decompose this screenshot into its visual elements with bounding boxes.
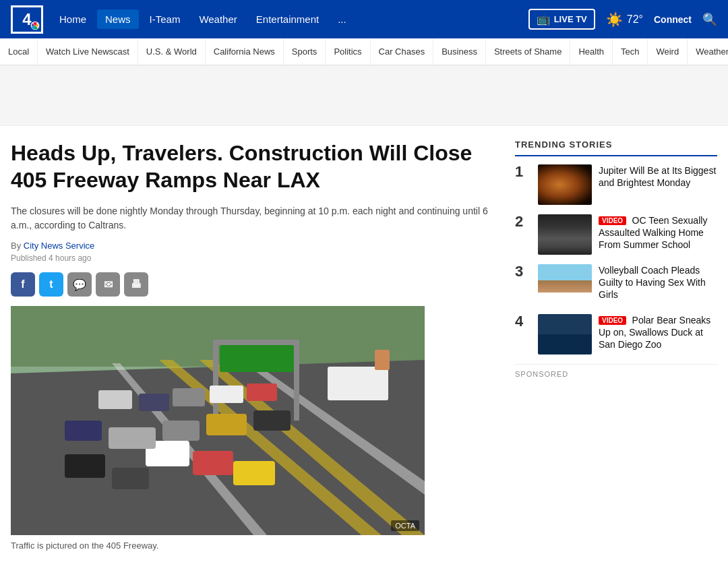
article-image: OCTA bbox=[11, 306, 425, 535]
svg-rect-16 bbox=[65, 421, 102, 441]
article: Heads Up, Travelers. Construction Will C… bbox=[11, 140, 499, 551]
nav-home[interactable]: Home bbox=[51, 9, 94, 29]
svg-rect-22 bbox=[98, 390, 132, 409]
trending-thumb-1 bbox=[538, 164, 592, 205]
video-badge-2: VIDEO bbox=[599, 216, 626, 225]
subnav-business[interactable]: Business bbox=[433, 38, 486, 65]
svg-rect-20 bbox=[253, 410, 291, 431]
subnav-car-chases[interactable]: Car Chases bbox=[371, 38, 434, 65]
svg-rect-12 bbox=[65, 454, 105, 478]
svg-rect-15 bbox=[193, 451, 233, 475]
svg-rect-19 bbox=[206, 414, 247, 435]
image-credit: OCTA bbox=[391, 520, 419, 531]
trending-num-4: 4 bbox=[515, 314, 531, 329]
subnav-health[interactable]: Health bbox=[570, 38, 613, 65]
live-tv-label: LIVE TV bbox=[554, 14, 587, 24]
nav-right: 📺 LIVE TV ☀️ 72° Connect 🔍 bbox=[528, 9, 717, 30]
byline-prefix: By bbox=[11, 241, 21, 251]
sun-icon: ☀️ bbox=[606, 11, 623, 28]
trending-info-1: Jupiter Will Be at Its Biggest and Brigh… bbox=[599, 164, 717, 189]
facebook-share-button[interactable]: f bbox=[11, 272, 35, 297]
svg-rect-9 bbox=[294, 340, 299, 421]
man-thumbnail bbox=[538, 264, 592, 305]
svg-rect-29 bbox=[233, 461, 275, 485]
trending-thumb-4 bbox=[538, 314, 592, 355]
nav-iteam[interactable]: I-Team bbox=[142, 9, 189, 29]
svg-rect-28 bbox=[375, 350, 390, 370]
published-time: Published 4 hours ago bbox=[11, 253, 499, 263]
svg-rect-17 bbox=[109, 427, 156, 449]
article-summary: The closures will be done nightly Monday… bbox=[11, 204, 499, 233]
article-image-wrapper: OCTA Traffic is pictured on the 405 Free… bbox=[11, 306, 425, 551]
nbc-peacock-icon bbox=[30, 21, 40, 30]
svg-rect-11 bbox=[220, 345, 294, 372]
tunnel-thumbnail bbox=[538, 214, 592, 255]
jupiter-thumbnail bbox=[538, 164, 592, 205]
sidebar: TRENDING STORIES 1 Jupiter Will Be at It… bbox=[515, 140, 717, 551]
trending-title-1: Jupiter Will Be at Its Biggest and Brigh… bbox=[599, 164, 717, 189]
trending-thumb-3 bbox=[538, 264, 592, 305]
polar-thumbnail bbox=[538, 314, 592, 355]
trending-item-3[interactable]: 3 Volleyball Coach Pleads Guilty to Havi… bbox=[515, 264, 717, 305]
trending-item-2[interactable]: 2 VIDEO OC Teen Sexually Assaulted Walki… bbox=[515, 214, 717, 255]
subnav-politics[interactable]: Politics bbox=[326, 38, 370, 65]
article-title: Heads Up, Travelers. Construction Will C… bbox=[11, 140, 499, 193]
top-nav: 4 Home News I-Team Weather Entertainment… bbox=[0, 0, 728, 38]
nav-weather[interactable]: Weather bbox=[191, 9, 245, 29]
comment-button[interactable]: 💬 bbox=[67, 272, 92, 297]
svg-rect-21 bbox=[65, 394, 95, 411]
subnav-watch-live[interactable]: Watch Live Newscast bbox=[38, 38, 138, 65]
logo[interactable]: 4 bbox=[11, 5, 43, 34]
subnav-sports[interactable]: Sports bbox=[284, 38, 326, 65]
video-badge-4: VIDEO bbox=[599, 316, 626, 325]
image-caption: Traffic is pictured on the 405 Freeway. bbox=[11, 541, 425, 551]
nav-entertainment[interactable]: Entertainment bbox=[248, 9, 327, 29]
svg-rect-10 bbox=[213, 340, 299, 345]
subnav-weird[interactable]: Weird bbox=[648, 38, 688, 65]
svg-rect-8 bbox=[213, 340, 218, 421]
svg-rect-18 bbox=[162, 421, 200, 441]
temperature: 72° bbox=[627, 13, 643, 26]
trending-thumb-2 bbox=[538, 214, 592, 255]
trending-num-3: 3 bbox=[515, 264, 531, 279]
trending-item-4[interactable]: 4 VIDEO Polar Bear Sneaks Up on, Swallow… bbox=[515, 314, 717, 355]
main-nav: Home News I-Team Weather Entertainment .… bbox=[51, 9, 528, 29]
subnav-california-news[interactable]: California News bbox=[206, 38, 284, 65]
live-tv-button[interactable]: 📺 LIVE TV bbox=[528, 9, 595, 30]
trending-info-3: Volleyball Coach Pleads Guilty to Having… bbox=[599, 264, 717, 301]
subnav-tech[interactable]: Tech bbox=[613, 38, 648, 65]
svg-rect-27 bbox=[328, 367, 388, 400]
trending-info-4: VIDEO Polar Bear Sneaks Up on, Swallows … bbox=[599, 314, 717, 351]
byline: By City News Service bbox=[11, 241, 499, 251]
trending-item-1[interactable]: 1 Jupiter Will Be at Its Biggest and Bri… bbox=[515, 164, 717, 205]
connect-button[interactable]: Connect bbox=[654, 14, 692, 25]
svg-rect-23 bbox=[139, 394, 169, 411]
weather-display: ☀️ 72° bbox=[606, 11, 643, 28]
nav-more[interactable]: ... bbox=[330, 9, 355, 29]
subnav-local[interactable]: Local bbox=[8, 38, 38, 65]
subnav-streets-of-shame[interactable]: Streets of Shame bbox=[486, 38, 570, 65]
sponsored-label: SPONSORED bbox=[515, 364, 717, 378]
trending-num-2: 2 bbox=[515, 214, 531, 229]
trending-title-3: Volleyball Coach Pleads Guilty to Having… bbox=[599, 264, 717, 301]
subnav-weather[interactable]: Weather bbox=[688, 38, 728, 65]
print-button[interactable]: 🖶 bbox=[124, 272, 148, 297]
email-share-button[interactable]: ✉ bbox=[96, 272, 120, 297]
twitter-share-button[interactable]: t bbox=[39, 272, 63, 297]
trending-heading: TRENDING STORIES bbox=[515, 140, 717, 156]
svg-rect-24 bbox=[173, 388, 205, 406]
social-bar: f t 💬 ✉ 🖶 bbox=[11, 272, 499, 297]
nav-news[interactable]: News bbox=[97, 9, 139, 29]
search-button[interactable]: 🔍 bbox=[702, 12, 717, 27]
svg-rect-13 bbox=[112, 468, 149, 489]
tv-icon: 📺 bbox=[537, 13, 550, 26]
svg-rect-25 bbox=[210, 386, 243, 403]
subnav-us-world[interactable]: U.S. & World bbox=[138, 38, 206, 65]
ad-banner bbox=[0, 65, 728, 126]
trending-info-2: VIDEO OC Teen Sexually Assaulted Walking… bbox=[599, 214, 717, 251]
author-link[interactable]: City News Service bbox=[24, 241, 94, 251]
main-content: Heads Up, Travelers. Construction Will C… bbox=[0, 126, 728, 564]
freeway-svg bbox=[11, 306, 425, 535]
trending-num-1: 1 bbox=[515, 164, 531, 179]
sub-nav: Local Watch Live Newscast U.S. & World C… bbox=[0, 38, 728, 65]
